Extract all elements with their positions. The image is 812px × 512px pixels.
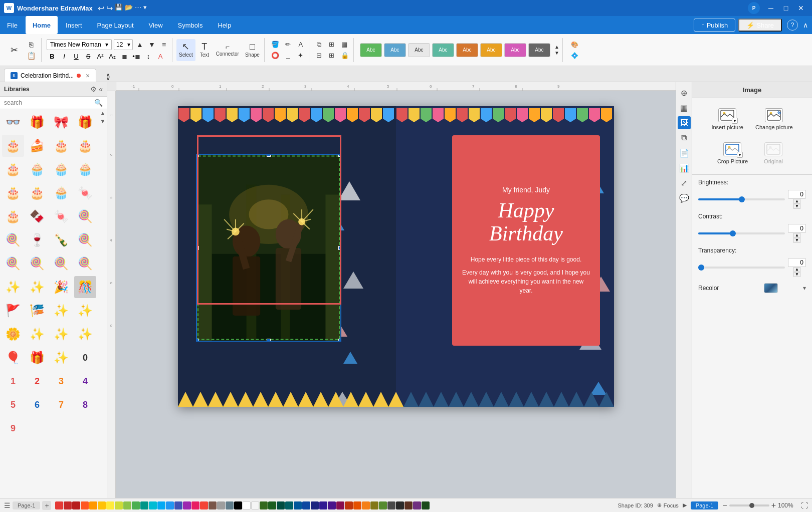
share-button[interactable]: ⚡ Share [738,19,782,32]
save-button[interactable]: 💾 [115,4,123,13]
image-panel-button[interactable]: 🖼 [678,116,691,129]
color-swatch[interactable] [277,501,285,509]
font-style-button[interactable]: A [295,40,307,50]
spray-button[interactable]: 💠 [567,51,583,61]
brightness-thumb[interactable] [739,196,745,202]
undo-button[interactable]: ↩ [98,4,104,13]
color-swatch[interactable] [81,501,89,509]
list-item[interactable]: 🍾 [50,229,72,251]
list-item[interactable]: 🎂 [2,158,24,180]
library-collapse-button[interactable]: « [99,85,103,93]
change-picture-button[interactable]: Change picture [751,104,797,134]
layers-button[interactable]: ⧉ [678,131,691,144]
color-swatch[interactable] [234,501,242,509]
list-item[interactable]: 🎈 [2,347,24,369]
color-swatch[interactable] [200,501,208,509]
color-swatch[interactable] [191,501,199,509]
minimize-button[interactable]: ─ [764,3,778,14]
list-item[interactable]: 🍭 [50,252,72,275]
list-item[interactable]: 🍬 [50,205,72,227]
library-scroll-up[interactable]: ▲ [99,109,107,117]
smart-guide-button[interactable]: ⊕ [678,86,691,99]
list-item[interactable]: 🎂 [74,135,96,157]
library-scroll-down[interactable]: ▼ [99,117,107,125]
list-item[interactable]: 🎂 [2,182,24,204]
theme-scroll-up[interactable]: ▲ [553,44,560,50]
zoom-thumb[interactable] [749,503,754,508]
copy-button[interactable]: ⎘ [23,40,39,50]
list-item[interactable]: 2 [26,370,48,392]
color-swatch[interactable] [319,501,327,509]
color-swatch[interactable] [89,501,97,509]
list-item[interactable]: 🧁 [74,158,96,180]
list-item[interactable]: ✨ [50,323,72,345]
theme-style-1[interactable]: Abc [360,43,382,57]
zoom-in-button[interactable]: + [771,501,776,510]
photo-container[interactable] [196,154,341,342]
transparency-decrement[interactable]: ▼ [793,272,800,277]
collapse-ribbon-button[interactable]: ∧ [803,21,808,29]
color-swatch[interactable] [362,501,370,509]
fullscreen-button[interactable]: ⛶ [801,501,808,509]
transparency-value[interactable]: 0 [788,258,806,267]
color-swatch[interactable] [64,501,72,509]
insert-picture-button[interactable]: ▾ Insert picture [707,104,747,134]
list-item[interactable]: 🍭 [2,229,24,251]
selection-handle-bm[interactable] [267,339,271,342]
color-swatch[interactable] [302,501,310,509]
contrast-value[interactable]: 0 [788,224,806,233]
document-tab[interactable]: E Celebration Birthd... × [4,69,96,82]
cut-button[interactable]: ✂ [6,39,22,61]
more-button2[interactable]: ▾ [143,4,147,13]
theme-style-4[interactable]: Abc [432,43,454,57]
transparency-thumb[interactable] [698,265,704,271]
color-swatch[interactable] [226,501,234,509]
transparency-increment[interactable]: ▲ [793,267,800,272]
list-item[interactable]: 👓 [2,111,24,133]
align-shapes-button[interactable]: ⊟ [313,51,325,61]
menu-home[interactable]: Home [26,16,58,34]
list-item[interactable]: ✨ [74,300,96,322]
selection-handle-mr[interactable] [338,246,341,250]
arrange-button[interactable]: ⧉ [313,40,325,50]
list-item[interactable]: 🍭 [2,252,24,275]
font-color-button[interactable]: A [155,52,166,61]
page-tab-inactive[interactable]: Page-1 [13,501,40,509]
color-swatch[interactable] [404,501,413,509]
line-style-button[interactable]: ⎯ [282,51,294,61]
decrease-font-button[interactable]: ▼ [147,40,157,50]
group-button[interactable]: ⊞ [326,40,338,50]
list-item[interactable]: 🍭 [74,252,96,275]
zoom-slider[interactable] [729,504,769,506]
zoom-out-button[interactable]: − [722,501,727,510]
tab-close-button[interactable]: × [86,72,90,80]
order-button[interactable]: ▦ [338,40,350,50]
theme-button[interactable]: ▦ [678,101,691,114]
list-item[interactable]: 🍭 [74,205,96,227]
color-swatch[interactable] [413,501,421,509]
font-name-dropdown[interactable]: Times New Roman ▾ [47,39,112,50]
color-swatch[interactable] [353,501,361,509]
shadow-button[interactable]: ⭕ [269,51,282,61]
bold-button[interactable]: B [47,52,58,61]
comment-button[interactable]: 💬 [678,191,691,204]
color-swatch[interactable] [268,501,276,509]
play-button[interactable]: ▶ [683,502,687,508]
list-item[interactable]: 6 [26,394,48,416]
color-swatch[interactable] [98,501,106,509]
list-item[interactable]: 7 [50,394,72,416]
color-swatch[interactable] [115,501,123,509]
font-size-dropdown[interactable]: 12 ▾ [114,39,133,50]
subscript-button[interactable]: A₂ [107,52,118,61]
superscript-button[interactable]: A² [95,52,106,61]
crop-picture-button[interactable]: ▾ Crop Picture [713,138,752,168]
list-item[interactable]: 🎉 [50,276,72,298]
theme-style-3[interactable]: Abc [408,43,430,57]
color-swatch[interactable] [72,501,80,509]
color-swatch[interactable] [379,501,387,509]
color-swatch[interactable] [396,501,404,509]
color-swatch[interactable] [55,501,63,509]
profile-button[interactable]: P [748,2,760,14]
color-swatch[interactable] [106,501,114,509]
list-item[interactable]: 🍷 [26,229,48,251]
